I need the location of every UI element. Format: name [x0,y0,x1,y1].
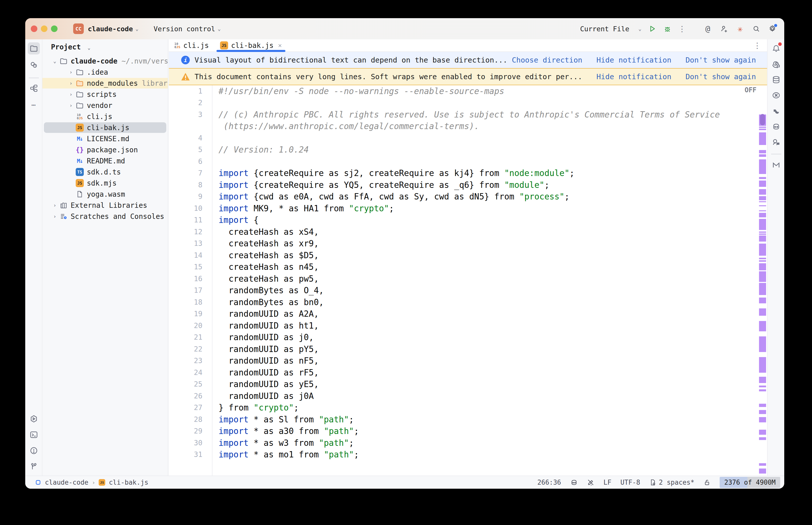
people-chat-icon[interactable] [770,136,782,148]
line-number[interactable]: 17 [169,286,202,295]
line-number[interactable]: 8 [169,181,202,189]
indent-widget[interactable]: 2 spaces* [649,479,694,486]
line-number[interactable]: 7 [169,169,202,177]
line-number[interactable]: 14 [169,251,202,259]
line-number[interactable]: 25 [169,380,202,388]
tree-item-scripts[interactable]: ›scripts [42,89,168,100]
version-control-menu[interactable]: Version control [154,25,215,33]
run-button[interactable] [648,25,656,33]
pull-requests-icon[interactable]: ? [28,59,40,71]
breadcrumb-project[interactable]: claude-code [45,479,88,486]
line-ending-widget[interactable]: LF [604,479,611,486]
banner-link-hide-notification[interactable]: Hide notification [596,56,671,64]
tree-item-scratches-and-consoles[interactable]: ›Scratches and Consoles [42,211,168,222]
chevron-down-icon[interactable]: ⌄ [51,58,59,64]
project-folder-icon[interactable] [28,42,40,55]
terminal-icon[interactable] [28,429,40,441]
line-number[interactable]: 24 [169,369,202,377]
unlocked-padlock-icon[interactable] [704,479,711,486]
database-icon[interactable] [770,74,782,86]
line-number[interactable]: 18 [169,298,202,306]
memory-indicator[interactable]: 2376 of 4900M [720,477,780,488]
line-number[interactable]: 19 [169,310,202,318]
m-plugin-icon[interactable] [770,159,782,171]
chevron-right-icon[interactable]: › [51,202,59,208]
line-number[interactable]: 21 [169,333,202,342]
tree-item-license-md[interactable]: M↓LICENSE.md [42,133,168,144]
readonly-toggle-icon[interactable] [587,479,594,486]
banner-link-hide-notification[interactable]: Hide notification [596,72,671,81]
tree-item-external-libraries[interactable]: ›External Libraries [42,200,168,211]
run-services-icon[interactable] [28,413,40,425]
editor-scrollbar[interactable] [758,85,767,476]
run-configuration-selector[interactable]: Current File [580,25,629,33]
tree-item--idea[interactable]: ›.idea [42,66,168,78]
mentions-icon[interactable]: @ [704,25,712,33]
plugin-shapes-icon[interactable] [770,105,782,117]
line-number[interactable]: 30 [169,439,202,447]
chevron-right-icon[interactable]: › [67,80,75,86]
editor-tab-cli-js[interactable]: 100JScli.js [169,39,215,51]
problems-icon[interactable] [28,445,40,457]
chevron-right-icon[interactable]: › [67,91,75,97]
settings-button[interactable] [768,25,777,33]
git-branch-icon[interactable] [28,461,40,472]
line-number[interactable]: 15 [169,263,202,271]
line-number[interactable]: 29 [169,427,202,435]
tree-item-yoga-wasm[interactable]: yoga.wasm [42,189,168,200]
banner-link-choose-direction[interactable]: Choose direction [512,56,582,64]
line-number[interactable]: 31 [169,450,202,459]
scrollbar-thumb[interactable] [760,114,765,125]
breadcrumb-file[interactable]: cli-bak.js [109,479,148,486]
project-name-menu[interactable]: claude-code [88,25,133,33]
minimize-window-button[interactable] [41,26,47,32]
tree-item-sdk-d-ts[interactable]: TSsdk.d.ts [42,166,168,178]
tree-item-vendor[interactable]: ›vendor [42,100,168,111]
code-editor[interactable]: OFF 1#!/usr/bin/env -S node --no-warning… [169,85,767,476]
line-number[interactable]: 9 [169,192,202,201]
banner-link-don-t-show-again[interactable]: Don't show again [685,72,756,81]
zoom-window-button[interactable] [51,26,58,32]
line-number[interactable]: 11 [169,216,202,224]
editor-tab-cli-bak-js[interactable]: JScli-bak.js✕ [215,39,287,51]
chevron-right-icon[interactable]: › [67,69,75,75]
line-number[interactable]: 27 [169,403,202,412]
tree-item-package-json[interactable]: {}package.json [42,144,168,155]
line-number[interactable]: 20 [169,321,202,330]
line-number[interactable]: 1 [169,87,202,95]
line-number[interactable]: 12 [169,228,202,236]
search-everywhere-button[interactable] [752,25,761,33]
line-number[interactable]: 13 [169,239,202,247]
more-dots-icon[interactable]: ⋯ [28,99,40,111]
tree-item-cli-bak-js[interactable]: JScli-bak.js [42,122,168,133]
caret-position-widget[interactable]: 266:36 [537,479,561,486]
structure-icon[interactable] [28,82,40,94]
bot-head-icon[interactable] [770,121,782,133]
line-number[interactable]: 6 [169,158,202,166]
line-number[interactable]: 3 [169,110,202,119]
more-actions-menu[interactable]: ⋮ [678,25,686,33]
line-number[interactable]: 4 [169,134,202,142]
chevron-right-icon[interactable]: › [51,213,59,220]
tree-item-claude-code[interactable]: ⌄claude-code~/.nvm/vers [42,56,168,66]
chevron-right-icon[interactable]: › [67,102,75,108]
line-number[interactable]: 26 [169,392,202,400]
ai-assistant-icon[interactable] [770,58,782,70]
line-number[interactable]: 23 [169,357,202,365]
line-number[interactable]: 22 [169,345,202,353]
encoding-widget[interactable]: UTF-8 [620,479,640,486]
tree-item-node-modules[interactable]: ›node_moduleslibrary [42,78,168,89]
tree-item-sdk-mjs[interactable]: JSsdk.mjs [42,178,168,189]
line-number[interactable]: 10 [169,204,202,213]
close-tab-icon[interactable]: ✕ [278,42,282,49]
tree-item-cli-js[interactable]: 100JScli.js [42,111,168,122]
debug-button[interactable] [663,25,672,33]
line-number[interactable]: 5 [169,146,202,154]
close-window-button[interactable] [31,26,38,32]
tab-options-menu[interactable]: ⋮ [753,41,761,50]
ai-burst-icon[interactable]: ✳ [736,25,744,33]
line-number[interactable]: 2 [169,99,202,107]
banner-link-don-t-show-again[interactable]: Don't show again [685,56,756,64]
circled-x-icon[interactable] [770,89,782,101]
project-panel-header[interactable]: Project ⌄ [51,43,90,51]
